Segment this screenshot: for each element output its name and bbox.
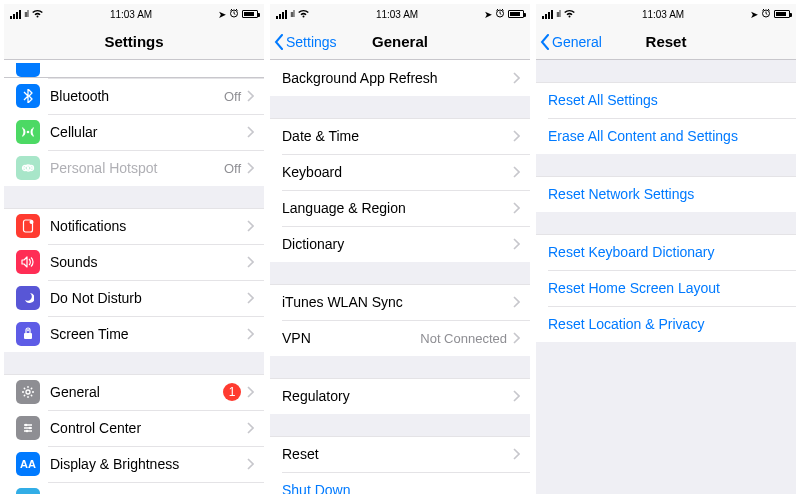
row-label: Background App Refresh: [282, 70, 513, 86]
row-label: Sounds: [50, 254, 247, 270]
row-erase-all-content[interactable]: Erase All Content and Settings: [536, 118, 796, 154]
chevron-right-icon: [513, 202, 520, 214]
row-date-time[interactable]: Date & Time: [270, 118, 530, 154]
row-reset-all-settings[interactable]: Reset All Settings: [536, 82, 796, 118]
row-label: Date & Time: [282, 128, 513, 144]
row-label: General: [50, 384, 223, 400]
row-vpn[interactable]: VPN Not Connected: [270, 320, 530, 356]
general-list[interactable]: Background App Refresh Date & Time Keybo…: [270, 60, 530, 494]
row-bluetooth[interactable]: Bluetooth Off: [4, 78, 264, 114]
row-sounds[interactable]: Sounds: [4, 244, 264, 280]
row-label: Regulatory: [282, 388, 513, 404]
secondary-signal-icon: ııl: [290, 9, 294, 19]
row-label: Screen Time: [50, 326, 247, 342]
alarm-icon: [495, 8, 505, 20]
row-label: Notifications: [50, 218, 247, 234]
display-icon: AA: [16, 452, 40, 476]
chevron-right-icon: [513, 390, 520, 402]
chevron-right-icon: [247, 126, 254, 138]
row-reset-network-settings[interactable]: Reset Network Settings: [536, 176, 796, 212]
row-dictionary[interactable]: Dictionary: [270, 226, 530, 262]
row-label: Reset: [282, 446, 513, 462]
row-reset[interactable]: Reset: [270, 436, 530, 472]
row-label: Personal Hotspot: [50, 160, 224, 176]
alarm-icon: [761, 8, 771, 20]
wifi-icon: [563, 8, 576, 20]
screen-reset: ııl 11:03 AM ➤ General Reset Reset All S…: [536, 4, 796, 494]
screen-general: ııl 11:03 AM ➤ Settings General Backgrou…: [270, 4, 530, 494]
row-regulatory[interactable]: Regulatory: [270, 378, 530, 414]
chevron-right-icon: [247, 220, 254, 232]
back-button[interactable]: General: [536, 34, 602, 50]
nav-bar: General Reset: [536, 24, 796, 60]
row-shut-down[interactable]: Shut Down: [270, 472, 530, 494]
row-itunes-wlan-sync[interactable]: iTunes WLAN Sync: [270, 284, 530, 320]
back-button[interactable]: Settings: [270, 34, 337, 50]
row-personal-hotspot[interactable]: Personal Hotspot Off: [4, 150, 264, 186]
battery-icon: [242, 10, 258, 18]
row-label: Reset All Settings: [548, 92, 786, 108]
chevron-right-icon: [247, 90, 254, 102]
row-do-not-disturb[interactable]: Do Not Disturb: [4, 280, 264, 316]
chevron-right-icon: [513, 130, 520, 142]
row-reset-location-privacy[interactable]: Reset Location & Privacy: [536, 306, 796, 342]
svg-point-9: [25, 424, 28, 427]
back-label: General: [552, 34, 602, 50]
row-screen-time[interactable]: Screen Time: [4, 316, 264, 352]
alarm-icon: [229, 8, 239, 20]
svg-point-1: [27, 131, 30, 134]
cellular-signal-icon: [276, 10, 287, 19]
row-language-region[interactable]: Language & Region: [270, 190, 530, 226]
svg-point-8: [26, 390, 30, 394]
notifications-icon: [16, 214, 40, 238]
secondary-signal-icon: ııl: [556, 9, 560, 19]
svg-rect-6: [24, 333, 32, 339]
row-label: Control Center: [50, 420, 247, 436]
chevron-right-icon: [513, 238, 520, 250]
chevron-right-icon: [247, 162, 254, 174]
row-background-app-refresh[interactable]: Background App Refresh: [270, 60, 530, 96]
row-keyboard[interactable]: Keyboard: [270, 154, 530, 190]
back-label: Settings: [286, 34, 337, 50]
status-time: 11:03 AM: [110, 9, 152, 20]
chevron-right-icon: [247, 328, 254, 340]
cellular-signal-icon: [542, 10, 553, 19]
row-label: Cellular: [50, 124, 247, 140]
row-partial-top[interactable]: [4, 60, 264, 78]
sounds-icon: [16, 250, 40, 274]
secondary-signal-icon: ııl: [24, 9, 28, 19]
row-label: Language & Region: [282, 200, 513, 216]
row-label: Wallpaper: [50, 492, 247, 494]
chevron-right-icon: [247, 458, 254, 470]
reset-list[interactable]: Reset All Settings Erase All Content and…: [536, 60, 796, 494]
location-icon: ➤: [750, 9, 758, 20]
nav-title: Settings: [4, 33, 264, 50]
settings-list[interactable]: Bluetooth Off Cellular Personal Hotspot …: [4, 60, 264, 494]
row-wallpaper[interactable]: Wallpaper: [4, 482, 264, 494]
wifi-icon: [297, 8, 310, 20]
nav-bar: Settings General: [270, 24, 530, 60]
row-label: Reset Home Screen Layout: [548, 280, 786, 296]
row-reset-keyboard-dictionary[interactable]: Reset Keyboard Dictionary: [536, 234, 796, 270]
row-reset-home-screen-layout[interactable]: Reset Home Screen Layout: [536, 270, 796, 306]
row-value: Off: [224, 161, 241, 176]
svg-point-5: [30, 220, 34, 224]
badge: 1: [223, 383, 241, 401]
control-center-icon: [16, 416, 40, 440]
chevron-left-icon: [540, 34, 550, 50]
location-icon: ➤: [218, 9, 226, 20]
row-label: Dictionary: [282, 236, 513, 252]
chevron-right-icon: [247, 256, 254, 268]
row-label: Bluetooth: [50, 88, 224, 104]
chevron-right-icon: [513, 448, 520, 460]
row-cellular[interactable]: Cellular: [4, 114, 264, 150]
status-bar: ııl 11:03 AM ➤: [4, 4, 264, 24]
chevron-right-icon: [513, 332, 520, 344]
status-bar: ııl 11:03 AM ➤: [270, 4, 530, 24]
row-control-center[interactable]: Control Center: [4, 410, 264, 446]
row-display-brightness[interactable]: AA Display & Brightness: [4, 446, 264, 482]
row-label: Display & Brightness: [50, 456, 247, 472]
row-general[interactable]: General 1: [4, 374, 264, 410]
row-label: Reset Keyboard Dictionary: [548, 244, 786, 260]
row-notifications[interactable]: Notifications: [4, 208, 264, 244]
